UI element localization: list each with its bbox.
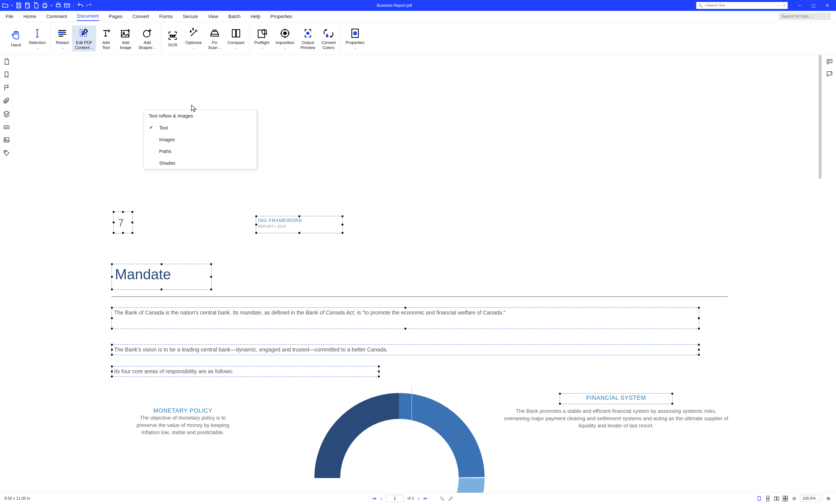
vertical-scrollbar[interactable]	[819, 55, 822, 179]
layers-panel-icon[interactable]	[3, 110, 10, 117]
menu-help[interactable]: Help	[250, 13, 261, 21]
chevron-down-icon: ⌄	[193, 46, 195, 50]
dropdown-item-shades[interactable]: Shades	[144, 157, 257, 169]
email-icon[interactable]	[63, 2, 71, 9]
destinations-panel-icon[interactable]	[3, 84, 10, 91]
core-responsibilities-chart	[307, 386, 492, 493]
svg-rect-33	[785, 499, 787, 501]
print-dropdown-icon[interactable]: ▾	[50, 2, 53, 9]
imposition-button[interactable]: Imposition⌄	[272, 25, 298, 52]
edit-box-page-number[interactable]: 7	[113, 212, 133, 233]
zoom-in-button[interactable]: ⊕	[825, 496, 832, 501]
add-shapes-button[interactable]: AddShapes ⌄	[135, 25, 159, 52]
menu-batch[interactable]: Batch	[228, 13, 241, 21]
menu-view[interactable]: View	[208, 13, 218, 21]
dropdown-item-text[interactable]: ✓Text	[144, 122, 257, 134]
zoom-value: 106.6%	[802, 496, 816, 501]
menu-convert[interactable]: Convert	[132, 13, 150, 21]
edit-box-p2[interactable]: The Bank's vision is to be a leading cen…	[112, 344, 699, 355]
undo-icon[interactable]	[77, 2, 84, 9]
pages-panel-icon[interactable]	[3, 58, 10, 65]
redact-button[interactable]: Redact⌄	[53, 25, 72, 52]
bookmarks-panel-icon[interactable]	[3, 71, 10, 78]
zoom-out-small-icon[interactable]: 🔍	[440, 496, 444, 501]
svg-rect-19	[4, 138, 9, 142]
tool-search-input[interactable]: Search for tools ...	[779, 13, 831, 20]
output-preview-button[interactable]: OutputPreview	[298, 25, 318, 52]
properties-button[interactable]: Properties⌄	[342, 25, 367, 52]
images-panel-icon[interactable]	[3, 136, 10, 143]
search-next-icon[interactable]: ›	[779, 3, 782, 7]
open-icon[interactable]	[2, 2, 9, 9]
menu-document[interactable]: Document	[77, 12, 99, 21]
print-icon[interactable]	[41, 2, 48, 9]
zoom-in-small-icon[interactable]: 🔎	[448, 496, 453, 501]
dropdown-item-reflow[interactable]: Text reflow & Images	[144, 110, 257, 122]
close-button[interactable]: ✕	[823, 3, 831, 8]
comment-panel-icon[interactable]	[826, 58, 833, 65]
single-page-view-icon[interactable]	[756, 496, 762, 502]
menu-comment[interactable]: Comment	[46, 13, 67, 21]
edit-box-p1[interactable]: The Bank of Canada is the nation's centr…	[112, 307, 699, 329]
svg-rect-27	[766, 499, 769, 501]
compare-button[interactable]: Compare⌄	[225, 25, 248, 52]
facing-view-icon[interactable]	[774, 496, 780, 502]
quick-access-toolbar: ▾ ▾	[2, 2, 93, 9]
financial-body: The Bank promotes a stable and efficient…	[503, 407, 729, 429]
review-panel-icon[interactable]	[826, 70, 833, 77]
fix-scan-button[interactable]: FixScan ⌄	[205, 25, 225, 52]
open-dropdown-icon[interactable]: ▾	[11, 2, 14, 9]
save-as-icon[interactable]	[24, 2, 31, 9]
save-all-icon[interactable]	[33, 2, 40, 9]
save-icon[interactable]	[15, 2, 22, 9]
minimize-button[interactable]: ─	[796, 3, 803, 8]
signatures-panel-icon[interactable]	[3, 123, 10, 131]
edit-box-header-fragment[interactable]: ING FRAMEWORKREPORT • 2019	[256, 216, 343, 233]
menu-forms[interactable]: Forms	[159, 13, 173, 21]
search-input[interactable]	[707, 3, 776, 7]
maximize-button[interactable]: ▢	[810, 3, 817, 8]
search-close-icon[interactable]: ✕	[782, 3, 786, 7]
menu-home[interactable]: Home	[23, 13, 37, 21]
tags-panel-icon[interactable]	[3, 149, 10, 157]
attachments-panel-icon[interactable]	[3, 97, 10, 104]
edit-box-p3[interactable]: Its four core areas of responsibility ar…	[112, 366, 379, 377]
quick-print-icon[interactable]	[55, 2, 62, 9]
prev-page-button[interactable]: ‹	[380, 496, 382, 502]
hand-label: Hand	[11, 43, 21, 48]
document-canvas[interactable]: Text reflow & Images ✓Text Images Paths …	[13, 55, 823, 493]
add-text-button[interactable]: AddText	[96, 25, 116, 52]
facing-continuous-view-icon[interactable]	[782, 496, 788, 502]
menu-file[interactable]: File	[5, 13, 14, 21]
preflight-button[interactable]: Preflight⌄	[251, 25, 272, 52]
dropdown-item-images[interactable]: Images	[144, 134, 257, 146]
first-page-button[interactable]: ⏮	[373, 496, 376, 501]
menu-secure[interactable]: Secure	[183, 13, 198, 21]
zoom-dropdown-icon[interactable]: ⌄	[818, 497, 820, 500]
zoom-level-control[interactable]: 106.6% ⌄	[800, 495, 822, 502]
selection-tool-button[interactable]: Selection⌄	[26, 25, 49, 52]
divider-vertical	[412, 386, 412, 423]
edit-pdf-content-button[interactable]: Edit PDFContent ⌄	[72, 25, 96, 52]
dropdown-item-paths[interactable]: Paths	[144, 146, 257, 157]
next-page-button[interactable]: ›	[418, 496, 419, 502]
search-dropdown-icon[interactable]: ▾	[704, 4, 707, 7]
convert-colors-button[interactable]: ConvertColors	[318, 25, 339, 52]
search-box[interactable]: 🔍 ▾ ‹ › ✕	[696, 2, 788, 9]
monetary-body: The objective of monetary policy is to p…	[131, 414, 235, 436]
continuous-view-icon[interactable]	[765, 496, 771, 502]
edit-box-heading[interactable]: Mandate	[112, 264, 212, 290]
search-prev-icon[interactable]: ‹	[776, 3, 779, 7]
optimize-button[interactable]: Optimize⌄	[183, 25, 205, 52]
hand-tool-button[interactable]: Hand	[6, 28, 26, 49]
page-number-input[interactable]	[386, 495, 403, 502]
ocr-button[interactable]: TXT OCR	[163, 28, 183, 49]
last-page-button[interactable]: ⏭	[423, 496, 428, 501]
svg-rect-25	[758, 497, 760, 501]
add-image-button[interactable]: AddImage	[116, 25, 135, 52]
menu-pages[interactable]: Pages	[109, 13, 123, 21]
menu-properties[interactable]: Properties	[270, 13, 292, 21]
edit-box-financial-heading[interactable]: FINANCIAL SYSTEM	[559, 393, 673, 404]
zoom-out-button[interactable]: ⊖	[791, 496, 797, 501]
redo-icon[interactable]	[86, 2, 93, 9]
